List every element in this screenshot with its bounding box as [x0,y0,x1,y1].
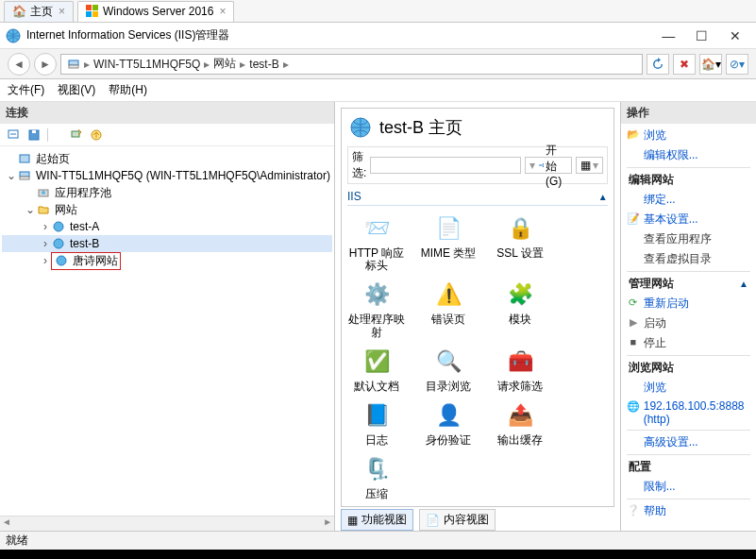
collapse-icon[interactable]: ▲ [598,192,608,202]
action-help[interactable]: ❔帮助 [621,501,756,521]
svg-point-19 [57,256,66,265]
up-level-icon[interactable] [89,127,104,143]
menu-help[interactable]: 帮助(H) [109,82,147,98]
section-manage-site: 管理网站▲ [621,274,756,294]
action-view-apps[interactable]: 查看应用程序 [621,229,756,249]
breadcrumb-server[interactable]: WIN-TT5L1MHQF5Q [93,58,200,71]
refresh-button[interactable] [647,54,669,75]
close-button[interactable]: ✕ [720,28,750,43]
play-icon: ▶ [627,315,640,329]
filter-input[interactable] [370,157,521,174]
tree-site-b-label: test-B [70,237,99,250]
tab-features-view[interactable]: ▦ 功能视图 [341,509,413,531]
action-limits[interactable]: 限制... [621,477,756,497]
stop-button[interactable]: ✖ [673,54,696,75]
connect-icon[interactable] [6,127,21,143]
tree-sites-label: 网站 [55,202,77,218]
tree-server-label: WIN-TT5L1MHQF5Q (WIN-TT5L1MHQF5Q\Adminis… [36,169,330,182]
action-start[interactable]: ▶启动 [621,313,756,333]
action-view-vdirs[interactable]: 查看虚拟目录 [621,249,756,269]
expand-icon[interactable]: › [40,254,51,267]
section-iis[interactable]: IIS ▲ [347,188,608,206]
feature-压缩[interactable]: 🗜️压缩 [347,452,406,500]
separator [627,355,750,356]
tab-content-view[interactable]: 📄 内容视图 [419,509,496,531]
menu-view[interactable]: 视图(V) [58,82,95,98]
feature-icon: ✅ [360,345,394,379]
tab-server[interactable]: Windows Server 2016 × [77,1,234,22]
action-basic-settings[interactable]: 📝基本设置... [621,210,756,229]
stop-icon: ■ [627,335,640,348]
feature-SSL-设置[interactable]: 🔒SSL 设置 [491,212,549,272]
tab-home[interactable]: 🏠 主页 × [4,1,74,22]
expand-icon[interactable]: › [40,237,51,250]
feature-身份验证[interactable]: 👤身份验证 [419,398,478,447]
nav-forward-button[interactable]: ► [34,53,57,76]
globe-icon: 🌐 [627,399,640,413]
expand-icon[interactable]: ⌄ [6,169,17,182]
feature-icon: 🔍 [431,345,465,379]
filter-go-button[interactable]: ▾ 开始(G) [525,157,571,174]
features-panel: test-B 主页 筛选: ▾ 开始(G) ▦▾ IIS ▲ 📨HTTP 响应标… [335,102,620,531]
feature-默认文档[interactable]: ✅默认文档 [347,345,406,393]
feature-icon: 📨 [360,212,394,246]
tree-start-page[interactable]: 起始页 [2,150,332,167]
expand-icon[interactable]: › [40,220,51,233]
action-explore[interactable]: 📂浏览 [621,126,756,145]
action-browse-url[interactable]: 🌐192.168.100.5:8888 (http) [621,398,756,428]
feature-MIME-类型[interactable]: 📄MIME 类型 [419,212,478,272]
feature-模块[interactable]: 🧩模块 [491,278,549,338]
tree-sites[interactable]: ⌄ 网站 [2,201,332,218]
top-tab-bar: 🏠 主页 × Windows Server 2016 × [0,0,756,23]
feature-错误页[interactable]: ⚠️错误页 [419,278,478,338]
tree-server[interactable]: ⌄ WIN-TT5L1MHQF5Q (WIN-TT5L1MHQF5Q\Admin… [2,167,332,184]
view-options-button[interactable]: ▦▾ [576,157,603,174]
tree-app-pools[interactable]: 应用程序池 [2,184,332,201]
minimize-button[interactable]: — [653,28,683,43]
close-icon[interactable]: × [59,5,65,18]
breadcrumb[interactable]: ▸ WIN-TT5L1MHQF5Q ▸ 网站 ▸ test-B ▸ [60,54,643,75]
tree-site-a[interactable]: › test-A [2,218,332,235]
svg-rect-5 [69,60,78,65]
feature-输出缓存[interactable]: 📤输出缓存 [491,398,549,447]
actions-panel: 操作 📂浏览 编辑权限... 编辑网站 绑定... 📝基本设置... 查看应用程… [620,102,756,531]
help-dropdown[interactable]: ⊘▾ [726,54,748,75]
connections-toolbar [0,124,334,146]
home-button[interactable]: 🏠▾ [699,54,722,75]
feature-icon: 📤 [503,398,537,432]
feature-日志[interactable]: 📘日志 [347,398,406,447]
action-stop[interactable]: ■停止 [621,333,756,353]
breadcrumb-sites[interactable]: 网站 [213,56,236,72]
maximize-button[interactable]: ☐ [687,28,717,43]
svg-rect-13 [20,172,29,177]
separator [47,128,62,142]
feature-目录浏览[interactable]: 🔍目录浏览 [419,345,478,393]
collapse-icon[interactable]: ▲ [739,279,748,289]
action-restart[interactable]: ⟳重新启动 [621,294,756,313]
feature-HTTP-响应标头[interactable]: 📨HTTP 响应标头 [347,212,406,272]
tree-site-tang[interactable]: › 唐诗网站 [2,252,332,269]
h-scrollbar[interactable] [0,516,334,531]
expand-icon[interactable]: ⌄ [25,203,36,216]
bottom-strip [0,550,756,559]
iis-icon [6,28,21,43]
action-advanced-settings[interactable]: 高级设置... [621,432,756,452]
menu-bar: 文件(F) 视图(V) 帮助(H) [0,79,756,102]
feature-icon: 🧩 [503,278,537,312]
delete-node-icon[interactable] [68,127,83,143]
save-icon[interactable] [26,127,42,143]
separator [627,167,750,168]
windows-icon [86,5,99,18]
menu-file[interactable]: 文件(F) [8,82,44,98]
nav-back-button[interactable]: ◄ [8,53,30,76]
status-text: 就绪 [6,533,28,549]
action-bindings[interactable]: 绑定... [621,190,756,210]
server-icon [67,58,80,71]
feature-处理程序映射[interactable]: ⚙️处理程序映射 [347,278,406,338]
feature-请求筛选[interactable]: 🧰请求筛选 [491,345,549,393]
close-icon[interactable]: × [219,5,226,18]
action-browse[interactable]: 浏览 [621,378,756,398]
action-edit-permissions[interactable]: 编辑权限... [621,145,756,165]
tree-site-b[interactable]: › test-B [2,235,332,252]
breadcrumb-site[interactable]: test-B [249,58,278,71]
